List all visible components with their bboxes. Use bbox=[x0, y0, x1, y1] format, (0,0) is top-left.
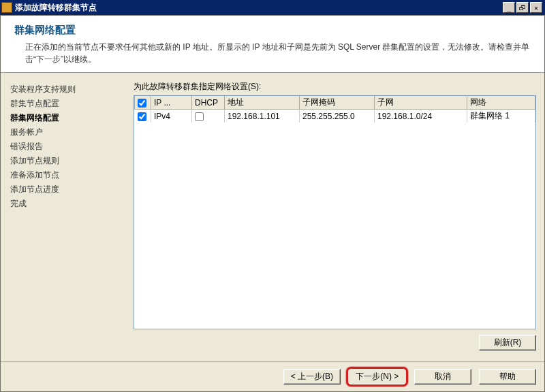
table-caption: 为此故障转移群集指定网络设置(S): bbox=[134, 81, 536, 93]
cell-subnet: 192.168.1.0/24 bbox=[375, 110, 467, 123]
cancel-button[interactable]: 取消 bbox=[414, 369, 471, 385]
cell-network: 群集网络 1 bbox=[467, 110, 535, 123]
sidebar-item[interactable]: 群集节点配置 bbox=[10, 97, 134, 111]
network-table: IP ... DHCP 地址 子网掩码 子网 网络 IPv4192.168.1.… bbox=[134, 96, 535, 122]
help-button[interactable]: 帮助 bbox=[479, 369, 536, 385]
cell-address: 192.168.1.101 bbox=[225, 110, 300, 123]
col-header-ip[interactable]: IP ... bbox=[151, 96, 192, 110]
col-header-select[interactable] bbox=[135, 96, 151, 110]
sidebar-item[interactable]: 安装程序支持规则 bbox=[10, 82, 134, 97]
wizard-body: 安装程序支持规则群集节点配置群集网络配置服务帐户错误报告添加节点规则准备添加节点… bbox=[1, 73, 544, 357]
title-bar: 添加故障转移群集节点 _ 🗗 ✕ bbox=[0, 0, 545, 15]
minimize-button[interactable]: _ bbox=[503, 2, 515, 13]
window-controls: _ 🗗 ✕ bbox=[503, 2, 542, 13]
col-header-subnet[interactable]: 子网 bbox=[375, 96, 467, 110]
app-icon bbox=[1, 2, 12, 13]
wizard-steps-sidebar: 安装程序支持规则群集节点配置群集网络配置服务帐户错误报告添加节点规则准备添加节点… bbox=[1, 73, 134, 357]
next-button[interactable]: 下一步(N) > bbox=[348, 369, 406, 385]
maximize-button[interactable]: 🗗 bbox=[516, 2, 529, 13]
sidebar-item[interactable]: 群集网络配置 bbox=[10, 111, 134, 125]
col-header-addr[interactable]: 地址 bbox=[225, 96, 300, 110]
close-button[interactable]: ✕ bbox=[530, 2, 542, 13]
page-title: 群集网络配置 bbox=[14, 24, 531, 37]
col-header-mask[interactable]: 子网掩码 bbox=[300, 96, 375, 110]
cell-ip-type: IPv4 bbox=[151, 110, 192, 123]
refresh-row: 刷新(R) bbox=[134, 335, 536, 350]
table-header-row: IP ... DHCP 地址 子网掩码 子网 网络 bbox=[135, 96, 535, 110]
col-header-dhcp[interactable]: DHCP bbox=[192, 96, 225, 110]
select-all-checkbox[interactable] bbox=[138, 99, 146, 108]
sidebar-item[interactable]: 添加节点进度 bbox=[10, 182, 134, 197]
page-description: 正在添加的当前节点不要求任何其他或新的 IP 地址。所显示的 IP 地址和子网是… bbox=[14, 41, 531, 65]
row-select-checkbox[interactable] bbox=[138, 112, 146, 121]
wizard-footer: < 上一步(B) 下一步(N) > 取消 帮助 bbox=[1, 362, 544, 391]
refresh-button[interactable]: 刷新(R) bbox=[479, 335, 536, 350]
table-row[interactable]: IPv4192.168.1.101255.255.255.0192.168.1.… bbox=[135, 110, 535, 123]
sidebar-item[interactable]: 完成 bbox=[10, 197, 134, 211]
sidebar-item[interactable]: 准备添加节点 bbox=[10, 168, 134, 182]
wizard-header: 群集网络配置 正在添加的当前节点不要求任何其他或新的 IP 地址。所显示的 IP… bbox=[1, 16, 544, 73]
sidebar-item[interactable]: 添加节点规则 bbox=[10, 154, 134, 168]
cell-mask: 255.255.255.0 bbox=[300, 110, 375, 123]
main-panel: 为此故障转移群集指定网络设置(S): IP ... DHCP 地址 子网掩码 bbox=[134, 73, 544, 357]
col-header-net[interactable]: 网络 bbox=[467, 96, 535, 110]
row-dhcp-checkbox[interactable] bbox=[195, 112, 204, 121]
sidebar-item[interactable]: 服务帐户 bbox=[10, 125, 134, 140]
client-area: 群集网络配置 正在添加的当前节点不要求任何其他或新的 IP 地址。所显示的 IP… bbox=[0, 15, 545, 392]
network-table-container: IP ... DHCP 地址 子网掩码 子网 网络 IPv4192.168.1.… bbox=[134, 95, 536, 329]
back-button[interactable]: < 上一步(B) bbox=[283, 369, 341, 385]
sidebar-item[interactable]: 错误报告 bbox=[10, 140, 134, 154]
window-title: 添加故障转移群集节点 bbox=[15, 2, 503, 14]
